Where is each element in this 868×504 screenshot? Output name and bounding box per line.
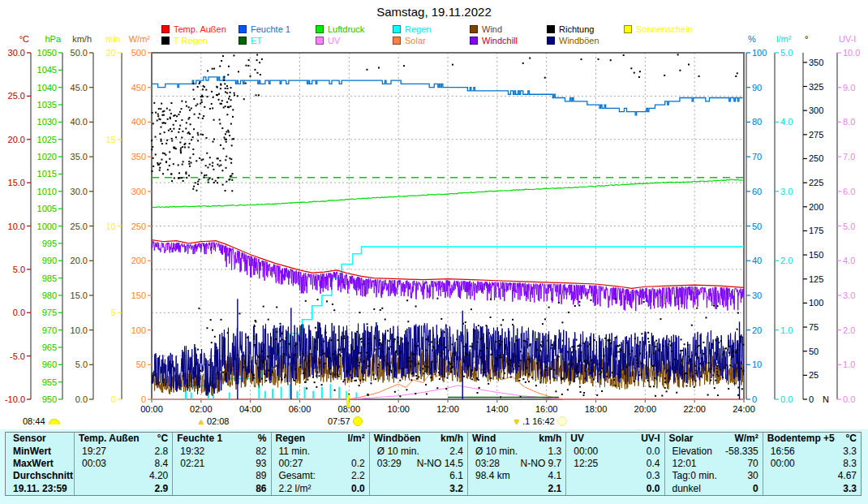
svg-text:150: 150 [131, 291, 146, 300]
stats-cell: 2.1 [468, 483, 565, 495]
svg-text:40: 40 [752, 256, 762, 265]
time-marker-label: 07:57 [328, 416, 350, 426]
stats-cell: 2.9 [75, 483, 172, 495]
svg-text:60: 60 [752, 187, 762, 196]
svg-text:-10.0: -10.0 [5, 394, 25, 404]
stats-group-bodentemp-5: Bodentemp +5°C16:563.300:008.34.673.3 [763, 433, 861, 495]
svg-text:0.0: 0.0 [780, 394, 793, 404]
stats-group-temp-au-en: Temp. Außen°C19:272.800:038.44.202.9 [74, 433, 172, 495]
stats-cell: 16:563.3 [763, 445, 861, 457]
svg-text:1035: 1035 [37, 100, 57, 110]
svg-text:3.0: 3.0 [843, 291, 855, 300]
stat-value: 0.3 [647, 470, 660, 482]
svg-text:200: 200 [809, 202, 823, 212]
svg-text:06:00: 06:00 [289, 404, 312, 414]
stats-group-solar: SolarW/m²Elevation-58.33512:0170Tag:0 mi… [664, 433, 763, 495]
axis-min: 05101520min [105, 34, 122, 404]
svg-text:30.0: 30.0 [71, 187, 88, 196]
svg-text:5.0: 5.0 [843, 222, 855, 231]
svg-text:-5.0: -5.0 [10, 351, 25, 361]
stats-cell: Elevation-58.335 [665, 445, 763, 457]
stats-cell: 19:3282 [173, 445, 270, 457]
svg-text:15: 15 [106, 135, 116, 144]
axis-%: 0102030405060708090100% [746, 34, 767, 404]
svg-text:0.0: 0.0 [13, 308, 25, 317]
stat-value: 0.0 [351, 483, 365, 495]
stat-time: Tag:0 min. [669, 470, 717, 482]
svg-text:14:00: 14:00 [486, 404, 509, 414]
axis-unit-label: km/h [72, 34, 92, 44]
svg-text:300: 300 [131, 187, 146, 196]
stat-time: 12:25 [570, 458, 598, 470]
stats-cell: Tag:0 min.30 [665, 470, 763, 482]
sensor-name: Wind [472, 433, 496, 445]
time-marker-label: 02:08 [207, 416, 230, 426]
svg-text:5.0: 5.0 [13, 265, 25, 274]
axis-km/h: 0.05.010.015.020.025.030.035.040.045.050… [71, 34, 93, 404]
stats-cell: 00:000.0 [566, 445, 664, 457]
stat-time: 00:03 [79, 458, 106, 470]
stat-time: dunkel [669, 483, 701, 495]
axis-°: 0255075100125150175200225250275300325350… [803, 34, 829, 404]
sensor-unit: l/m² [347, 433, 364, 445]
stat-time: 12:01 [669, 458, 697, 470]
stats-row-label: 19.11. 23:59 [6, 483, 74, 495]
svg-text:0: 0 [809, 394, 814, 404]
svg-text:100: 100 [809, 298, 823, 308]
svg-text:90: 90 [752, 83, 762, 93]
svg-text:70: 70 [752, 152, 762, 162]
stats-cell: 19:272.8 [75, 445, 172, 457]
stat-value: 2.9 [155, 483, 169, 495]
stat-value: 82 [256, 446, 266, 458]
svg-text:50.0: 50.0 [71, 48, 88, 58]
stat-value: 0.4 [647, 458, 660, 470]
x-axis-labels: 00:0002:0004:0006:0008:0010:0012:0014:00… [140, 399, 755, 414]
svg-text:350: 350 [809, 58, 823, 67]
axis-UV-I: 0.01.02.03.04.05.06.07.08.09.010.0UV-I [837, 34, 860, 404]
axis-hPa: 9509559609659709759809859909951000100510… [37, 34, 62, 404]
stat-value: 0.0 [647, 483, 660, 495]
sensor-unit: °C [157, 433, 168, 445]
svg-text:1000: 1000 [37, 222, 57, 231]
axis-unit-label: % [748, 34, 756, 44]
axis-unit-label: hPa [45, 34, 61, 44]
time-marker-label: .1 16:42 [522, 416, 555, 426]
stat-value: 8.3 [843, 458, 857, 470]
sensor-unit: UV-I [641, 433, 660, 445]
svg-text:1050: 1050 [37, 48, 57, 58]
svg-text:1025: 1025 [37, 135, 57, 144]
stat-value: 0.0 [647, 446, 660, 458]
stat-value: 2.1 [548, 483, 562, 495]
stats-cell: 6.1 [370, 470, 467, 482]
svg-text:985: 985 [42, 274, 57, 283]
svg-text:965: 965 [42, 342, 57, 352]
axis-unit-label: min [105, 34, 120, 44]
svg-text:995: 995 [42, 239, 57, 248]
stat-time: Gesamt: [276, 470, 316, 482]
svg-text:1.0: 1.0 [780, 325, 793, 335]
svg-text:100: 100 [131, 325, 146, 335]
stat-value: 30 [747, 470, 758, 482]
svg-text:75: 75 [809, 322, 819, 332]
svg-text:30: 30 [752, 291, 762, 300]
stats-row-label: MinWert [6, 445, 74, 457]
svg-text:350: 350 [131, 152, 146, 162]
sensor-unit: °C [846, 433, 857, 445]
axis-unit-label: ° [805, 34, 808, 44]
svg-text:1030: 1030 [37, 117, 57, 127]
stat-time: 16:56 [767, 446, 795, 458]
stat-value: N-NO 9.7 [521, 458, 562, 470]
svg-text:18:00: 18:00 [585, 404, 608, 414]
stats-cell: 3.3 [763, 483, 861, 495]
svg-text:5.0: 5.0 [780, 48, 793, 58]
stats-group-header: Windkm/h [468, 433, 565, 445]
stats-cell: 00:038.4 [75, 458, 172, 470]
stats-group-regen: Regenl/m²11 min.00:270.2Gesamt:2.22.2 l/… [271, 433, 369, 495]
axis-°C: -10.0-5.00.05.010.015.020.025.030.0°C [5, 34, 31, 404]
sensor-unit: W/m² [734, 433, 758, 445]
stats-group-header: SolarW/m² [665, 433, 763, 445]
time-marker: 07:57 [328, 416, 363, 427]
stat-value: 3.3 [843, 446, 857, 458]
stats-section: SensorMinWertMaxWertDurchschnitt19.11. 2… [0, 429, 868, 504]
stat-value: 2.4 [449, 446, 463, 458]
